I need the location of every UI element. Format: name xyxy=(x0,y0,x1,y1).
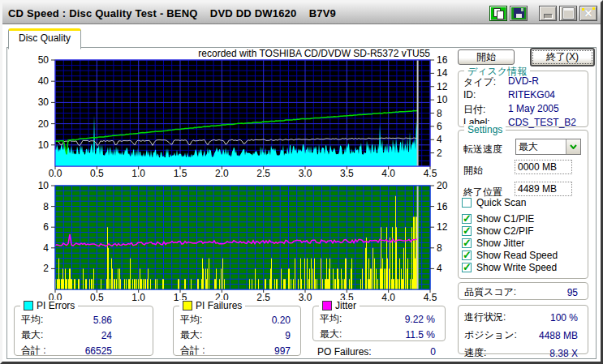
svg-text:1.0: 1.0 xyxy=(131,292,145,302)
show-read-speed-checkbox-row[interactable]: Show Read Speed xyxy=(462,250,558,261)
exit-button[interactable]: 終了(X) xyxy=(530,48,595,66)
start-position-label: 開始 xyxy=(463,164,483,178)
start-position-field[interactable]: 0000 MB xyxy=(515,160,572,174)
transfer-speed-combobox[interactable]: 最大 xyxy=(515,139,581,155)
show-jitter-label: Show Jitter xyxy=(476,238,524,249)
pi-errors-stats-group: PI Errors 平均:5.86 最大:24 合計 :66525 xyxy=(14,306,153,356)
svg-text:3.5: 3.5 xyxy=(340,168,354,179)
show-c1-pie-label: Show C1/PIE xyxy=(476,213,534,225)
jitter-title: Jitter xyxy=(335,300,356,311)
max-label: 最大: xyxy=(180,328,202,342)
max-label: 最大: xyxy=(320,328,342,341)
svg-text:8: 8 xyxy=(437,242,442,254)
close-icon[interactable]: ✕ xyxy=(579,6,597,21)
show-c2-pif-checkbox[interactable] xyxy=(462,226,472,236)
svg-text:6: 6 xyxy=(437,121,442,132)
end-position-field[interactable]: 4489 MB xyxy=(515,182,572,196)
svg-text:1.0: 1.0 xyxy=(131,168,145,179)
svg-text:40: 40 xyxy=(38,75,50,87)
quick-scan-checkbox[interactable] xyxy=(462,198,472,208)
tab-disc-quality[interactable]: Disc Quality xyxy=(8,28,81,49)
pi-errors-max: 24 xyxy=(101,330,112,341)
pi-failures-max: 9 xyxy=(285,330,291,341)
max-label: 最大: xyxy=(21,328,43,342)
disc-date-value: 1 May 2005 xyxy=(508,103,559,114)
svg-text:50: 50 xyxy=(38,54,50,66)
disc-id-label: ID: xyxy=(463,89,476,101)
dropdown-arrow-icon[interactable] xyxy=(566,139,580,154)
svg-text:2.5: 2.5 xyxy=(256,292,270,302)
start-button[interactable]: 開始 xyxy=(458,49,515,65)
svg-text:4: 4 xyxy=(437,263,442,274)
pi-errors-chart: 10203040502468101214160.00.51.01.52.02.5… xyxy=(24,48,453,179)
svg-text:14: 14 xyxy=(437,67,448,79)
quality-score-label: 品質スコア: xyxy=(464,285,516,299)
jitter-swatch xyxy=(322,301,332,310)
tab-label: Disc Quality xyxy=(19,32,71,44)
close-glyph: ✕ xyxy=(584,8,593,19)
jitter-stats-group: Jitter 平均:9.22 % 最大:11.5 % xyxy=(312,306,446,341)
quick-scan-label: Quick Scan xyxy=(476,197,526,208)
pi-failures-title: PI Failures xyxy=(196,300,242,311)
svg-text:4: 4 xyxy=(437,134,442,145)
client-area: Disc Quality recorded with TOSHIBA CD/DV… xyxy=(2,24,601,362)
show-c1-pie-checkbox-row[interactable]: Show C1/PIE xyxy=(462,213,534,225)
po-failures-row: PO Failures: 0 xyxy=(317,346,436,358)
position-value: 4488 MB xyxy=(539,330,578,341)
show-c2-pif-label: Show C2/PIF xyxy=(476,225,534,237)
jitter-avg: 9.22 % xyxy=(405,314,435,325)
total-label: 合計 : xyxy=(21,344,46,358)
app-window: CD Speed : Disc Quality Test - BENQ DVD … xyxy=(0,0,603,364)
show-jitter-checkbox[interactable] xyxy=(462,238,472,248)
svg-text:8: 8 xyxy=(437,108,442,119)
svg-text:2: 2 xyxy=(43,263,49,274)
pi-failures-chart: 246810481216200.00.51.01.52.02.53.03.54.… xyxy=(24,179,453,302)
svg-text:12: 12 xyxy=(437,221,448,233)
disc-type-value: DVD-R xyxy=(508,75,539,87)
show-read-speed-checkbox[interactable] xyxy=(462,251,472,260)
svg-text:1.5: 1.5 xyxy=(174,168,187,179)
copy-icon[interactable] xyxy=(489,6,507,21)
exit-button-label: 終了(X) xyxy=(546,50,579,64)
speed-label: 速度: xyxy=(464,346,486,360)
quick-scan-checkbox-row[interactable]: Quick Scan xyxy=(462,197,526,208)
svg-text:2.0: 2.0 xyxy=(215,168,229,179)
svg-text:20: 20 xyxy=(437,180,448,191)
show-write-speed-checkbox-row[interactable]: Show Write Speed xyxy=(462,262,557,273)
svg-text:4.5: 4.5 xyxy=(424,168,437,179)
svg-text:0.0: 0.0 xyxy=(49,168,62,179)
svg-text:2.5: 2.5 xyxy=(256,168,270,179)
minimize-glyph xyxy=(544,14,553,19)
settings-caption: Settings xyxy=(464,124,506,135)
show-write-speed-checkbox[interactable] xyxy=(462,263,472,272)
po-failures-value: 0 xyxy=(430,346,436,358)
save-icon[interactable] xyxy=(510,6,528,21)
svg-text:3.0: 3.0 xyxy=(299,168,312,179)
avg-label: 平均: xyxy=(180,313,202,327)
show-jitter-checkbox-row[interactable]: Show Jitter xyxy=(462,238,524,249)
maximize-icon[interactable] xyxy=(559,6,577,21)
po-failures-label: PO Failures: xyxy=(317,346,372,358)
end-position-value: 4489 MB xyxy=(518,183,557,195)
show-c2-pif-checkbox-row[interactable]: Show C2/PIF xyxy=(462,225,534,237)
svg-text:6: 6 xyxy=(43,221,49,233)
speed-value: 8.38 X xyxy=(549,348,578,359)
transfer-speed-value: 最大 xyxy=(516,139,566,154)
pi-errors-avg: 5.86 xyxy=(93,315,112,326)
show-write-speed-label: Show Write Speed xyxy=(476,262,557,273)
show-c1-pie-checkbox[interactable] xyxy=(462,214,472,224)
svg-text:20: 20 xyxy=(38,118,50,130)
svg-text:4.5: 4.5 xyxy=(424,292,437,302)
pi-errors-title: PI Errors xyxy=(37,300,75,311)
progress-group: 進行状況:100 % ポジション:4488 MB 速度:8.38 X xyxy=(458,305,588,354)
window-title: CD Speed : Disc Quality Test - BENQ DVD … xyxy=(2,7,336,19)
show-read-speed-label: Show Read Speed xyxy=(476,250,558,261)
transfer-speed-label: 転送速度 xyxy=(463,143,502,156)
svg-text:8: 8 xyxy=(43,201,49,212)
titlebar[interactable]: CD Speed : Disc Quality Test - BENQ DVD … xyxy=(2,2,601,24)
svg-text:0.5: 0.5 xyxy=(90,292,104,302)
minimize-icon[interactable] xyxy=(539,6,557,21)
svg-text:10: 10 xyxy=(437,94,448,105)
svg-text:2: 2 xyxy=(437,148,442,159)
disc-id-value: RITEKG04 xyxy=(508,89,555,101)
